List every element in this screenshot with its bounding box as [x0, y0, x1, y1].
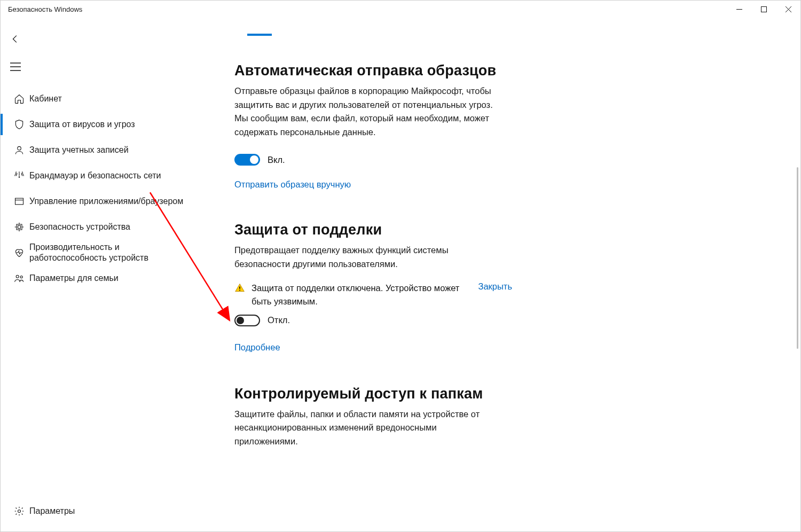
section-heading: Защита от подделки [234, 222, 779, 238]
svg-point-17 [239, 290, 240, 291]
svg-point-8 [19, 176, 20, 178]
sidebar-item-label: Параметры [29, 506, 75, 517]
nav-list: Кабинет Защита от вирусов и угроз Защита… [1, 86, 225, 291]
tamper-protection-toggle[interactable] [234, 315, 260, 326]
window-title: Безопасность Windows [8, 5, 82, 13]
sidebar-item-label: Управление приложениями/браузером [29, 196, 183, 207]
sidebar-item-label: Параметры для семьи [29, 273, 119, 284]
warning-row: Защита от подделки отключена. Устройство… [234, 281, 512, 308]
toggle-state-label: Откл. [268, 315, 290, 325]
family-icon [9, 273, 29, 284]
section-description: Защитите файлы, папки и области памяти н… [234, 408, 501, 449]
section-tamper-protection: Защита от подделки Предотвращает подделк… [234, 222, 779, 353]
sidebar-item-firewall[interactable]: Брандмауэр и безопасность сети [1, 163, 225, 189]
minimize-button[interactable] [727, 1, 751, 18]
warning-icon [234, 283, 245, 293]
content-scroll[interactable]: Автоматическая отправка образцов Отправь… [225, 18, 800, 531]
sidebar-item-account-protection[interactable]: Защита учетных записей [1, 137, 225, 163]
toggle-row: Вкл. [234, 154, 779, 166]
section-description: Отправьте образцы файлов в корпорацию Ма… [234, 84, 501, 139]
svg-point-15 [18, 510, 21, 513]
sidebar-item-app-browser[interactable]: Управление приложениями/браузером [1, 189, 225, 214]
back-button[interactable] [2, 27, 29, 51]
section-auto-sample: Автоматическая отправка образцов Отправь… [234, 62, 779, 190]
hamburger-button[interactable] [2, 55, 29, 79]
svg-rect-12 [18, 226, 21, 229]
scrollbar-thumb[interactable] [797, 167, 798, 349]
network-icon [9, 170, 29, 181]
body: Кабинет Защита от вирусов и угроз Защита… [1, 18, 800, 531]
close-button[interactable] [776, 1, 800, 18]
maximize-button[interactable] [751, 1, 776, 18]
auto-sample-toggle[interactable] [234, 154, 260, 166]
sidebar-item-performance[interactable]: Производительность и работоспособность у… [1, 240, 225, 265]
warning-text: Защита от подделки отключена. Устройство… [252, 281, 467, 308]
section-heading: Автоматическая отправка образцов [234, 62, 779, 79]
sidebar-item-label: Производительность и работоспособность у… [29, 242, 195, 263]
person-icon [9, 145, 29, 155]
sidebar-footer: Параметры [1, 498, 225, 531]
chip-icon [9, 222, 29, 232]
app-icon [9, 196, 29, 207]
sidebar-item-label: Защита от вирусов и угроз [29, 119, 135, 130]
sidebar-item-label: Безопасность устройства [29, 222, 130, 232]
sidebar-item-family[interactable]: Параметры для семьи [1, 265, 225, 291]
toggle-row: Откл. [234, 315, 779, 326]
sidebar-item-virus-protection[interactable]: Защита от вирусов и угроз [1, 112, 225, 137]
content-inner: Автоматическая отправка образцов Отправь… [234, 18, 779, 531]
learn-more-link[interactable]: Подробнее [234, 342, 280, 353]
warning-dismiss-link[interactable]: Закрыть [478, 281, 512, 292]
sidebar-item-label: Защита учетных записей [29, 145, 129, 155]
toggle-state-label: Вкл. [268, 155, 285, 165]
section-indicator [247, 34, 272, 36]
section-heading: Контролируемый доступ к папкам [234, 386, 779, 402]
home-icon [9, 93, 29, 104]
gear-icon [9, 506, 29, 517]
svg-point-13 [16, 275, 19, 278]
sidebar-item-label: Кабинет [29, 93, 62, 104]
svg-point-7 [18, 146, 21, 150]
sidebar-item-device-security[interactable]: Безопасность устройства [1, 214, 225, 240]
sidebar-item-home[interactable]: Кабинет [1, 86, 225, 112]
sidebar-item-settings[interactable]: Параметры [1, 498, 225, 524]
submit-sample-link[interactable]: Отправить образец вручную [234, 179, 351, 190]
titlebar: Безопасность Windows [1, 1, 800, 18]
sidebar-item-label: Брандмауэр и безопасность сети [29, 170, 161, 181]
svg-rect-9 [15, 198, 23, 205]
content-area: Автоматическая отправка образцов Отправь… [225, 18, 800, 531]
window-controls [727, 1, 800, 18]
svg-rect-1 [761, 6, 766, 12]
section-controlled-folder: Контролируемый доступ к папкам Защитите … [234, 386, 779, 449]
section-description: Предотвращает подделку важных функций си… [234, 244, 501, 271]
shield-icon [9, 119, 29, 130]
heart-icon [9, 247, 29, 258]
sidebar: Кабинет Защита от вирусов и угроз Защита… [1, 18, 225, 531]
window-root: Безопасность Windows [0, 0, 801, 532]
svg-point-14 [20, 276, 22, 278]
svg-rect-11 [17, 224, 22, 230]
